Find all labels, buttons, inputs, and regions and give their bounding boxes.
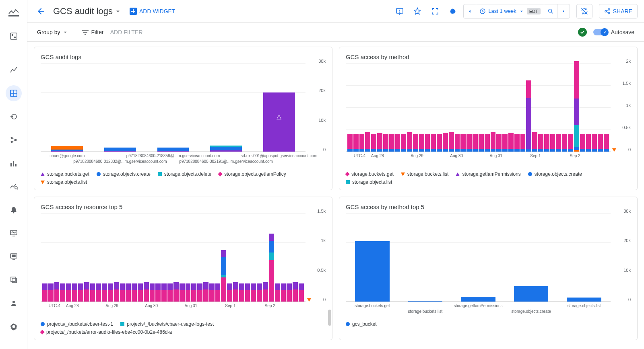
chart-legend: gcs_bucket bbox=[346, 321, 631, 327]
chevron-down-icon bbox=[62, 29, 68, 35]
svg-rect-24 bbox=[12, 278, 17, 283]
legend-item[interactable]: storage.objects.delete bbox=[158, 171, 211, 177]
svg-point-37 bbox=[605, 10, 607, 12]
legend-item[interactable]: storage.objects.getIamPolicy bbox=[219, 171, 286, 177]
chart-legend: storage.buckets.getstorage.objects.creat… bbox=[41, 171, 326, 185]
time-range-picker: Last 1 week EDT bbox=[463, 4, 570, 18]
svg-rect-14 bbox=[13, 161, 14, 166]
legend-item[interactable]: projects/_/buckets/cbaer-usage-logs-test bbox=[120, 321, 214, 327]
share-icon bbox=[604, 8, 611, 14]
timezone-badge: EDT bbox=[527, 8, 541, 14]
annotation-icon[interactable] bbox=[392, 4, 407, 18]
chevron-down-icon bbox=[114, 8, 122, 15]
nav-monitor-icon[interactable] bbox=[6, 248, 22, 265]
filter-bar: Group by Filter ADD FILTER ✓ Autosave bbox=[27, 23, 644, 42]
left-nav bbox=[0, 0, 27, 349]
svg-line-11 bbox=[12, 138, 15, 140]
chart-title: GCS access by method bbox=[346, 53, 631, 60]
svg-point-36 bbox=[608, 8, 610, 10]
chevron-down-icon bbox=[519, 8, 524, 14]
svg-line-17 bbox=[17, 189, 18, 189]
svg-rect-25 bbox=[11, 277, 15, 281]
plus-box-icon bbox=[130, 8, 137, 15]
time-prev-button[interactable] bbox=[464, 4, 476, 18]
clock-icon bbox=[479, 8, 486, 14]
svg-line-34 bbox=[551, 12, 553, 13]
nav-user-icon[interactable] bbox=[6, 295, 22, 311]
svg-rect-0 bbox=[8, 15, 19, 16]
legend-item[interactable]: storage.buckets.get bbox=[346, 171, 394, 177]
add-widget-button[interactable]: ADD WIDGET bbox=[130, 8, 175, 15]
add-filter-button[interactable]: ADD FILTER bbox=[110, 29, 143, 35]
svg-rect-1 bbox=[10, 33, 17, 39]
legend-item[interactable]: storage.objects.list bbox=[41, 179, 87, 185]
chart-title: GCS access by method top 5 bbox=[346, 203, 631, 210]
fullscreen-icon[interactable] bbox=[428, 4, 442, 18]
svg-rect-13 bbox=[10, 163, 12, 166]
time-next-button[interactable] bbox=[557, 4, 570, 18]
legend-item[interactable]: projects/_/buckets/cbaer-test-1 bbox=[41, 321, 113, 327]
svg-point-30 bbox=[400, 12, 400, 12]
svg-rect-15 bbox=[15, 164, 17, 166]
legend-item[interactable]: storage.objects.create bbox=[97, 171, 151, 177]
nav-metrics-icon[interactable] bbox=[6, 62, 22, 78]
auto-refresh-off-icon[interactable] bbox=[576, 4, 592, 18]
dashboard-content: GCS audit logs △010k20k30kcbaer@google.c… bbox=[27, 42, 644, 349]
scrollbar-thumb[interactable] bbox=[328, 310, 331, 326]
svg-point-8 bbox=[10, 137, 12, 139]
time-search-button[interactable] bbox=[544, 4, 557, 18]
group-by-dropdown[interactable]: Group by bbox=[37, 29, 68, 35]
svg-point-33 bbox=[548, 9, 551, 12]
chart-plot: 010k20k30kstorage.buckets.getstorage.buc… bbox=[346, 214, 631, 318]
dashboard-title-text: GCS audit logs bbox=[53, 6, 113, 16]
autosave-toggle[interactable]: ✓ Autosave bbox=[593, 29, 634, 35]
legend-item[interactable]: storage.objects.create bbox=[528, 171, 582, 177]
nav-settings-icon[interactable] bbox=[6, 318, 22, 335]
svg-point-3 bbox=[14, 37, 15, 38]
chart-card-gcs-access-by-method[interactable]: GCS access by method 00.5k1k1.5k2kUTC-4A… bbox=[339, 47, 638, 190]
svg-line-40 bbox=[606, 12, 608, 13]
filter-icon bbox=[82, 29, 89, 35]
svg-point-26 bbox=[12, 301, 15, 303]
nav-item-4[interactable] bbox=[6, 109, 22, 125]
nav-uptime-icon[interactable] bbox=[6, 225, 22, 241]
nav-bars-icon[interactable] bbox=[6, 155, 22, 171]
chart-title: GCS audit logs bbox=[41, 53, 326, 60]
chart-card-gcs-access-by-method-top5[interactable]: GCS access by method top 5 010k20k30ksto… bbox=[339, 197, 638, 340]
svg-line-39 bbox=[606, 10, 608, 11]
svg-point-38 bbox=[608, 12, 610, 14]
legend-item[interactable]: gcs_bucket bbox=[346, 321, 377, 327]
chart-card-gcs-access-by-resource-top5[interactable]: GCS access by resource top 5 00.5k1k1.5k… bbox=[34, 197, 332, 340]
legend-item[interactable]: storage.buckets.get bbox=[41, 171, 89, 177]
svg-point-9 bbox=[14, 139, 17, 141]
legend-item[interactable]: storage.buckets.list bbox=[401, 171, 449, 177]
legend-item[interactable]: storage.objects.list bbox=[346, 179, 392, 185]
nav-services-icon[interactable] bbox=[6, 132, 22, 148]
legend-item[interactable]: projects/_/buckets/error-audio-files-ebe… bbox=[41, 329, 172, 335]
svg-point-10 bbox=[10, 141, 12, 143]
nav-alerting-icon[interactable] bbox=[6, 202, 22, 218]
svg-rect-23 bbox=[12, 255, 15, 257]
settings-icon[interactable] bbox=[446, 4, 460, 18]
product-logo[interactable] bbox=[6, 5, 22, 21]
legend-item[interactable]: storage.getIamPermissions bbox=[456, 171, 520, 177]
chart-plot: 00.5k1k1.5k2kUTC-4Aug 28Aug 29Aug 30Aug … bbox=[346, 64, 631, 168]
svg-line-35 bbox=[581, 8, 587, 14]
nav-dashboards-icon[interactable] bbox=[6, 85, 22, 101]
back-button[interactable] bbox=[34, 4, 48, 18]
svg-point-2 bbox=[12, 35, 13, 36]
chart-plot: 00.5k1k1.5kUTC-4Aug 28Aug 29Aug 30Aug 31… bbox=[41, 214, 326, 318]
nav-groups-icon[interactable] bbox=[6, 272, 22, 288]
star-icon[interactable] bbox=[410, 4, 425, 18]
nav-explore-icon[interactable] bbox=[6, 179, 22, 195]
filter-button[interactable]: Filter bbox=[82, 29, 104, 35]
dashboard-title[interactable]: GCS audit logs bbox=[53, 6, 122, 16]
time-range-button[interactable]: Last 1 week EDT bbox=[476, 4, 544, 18]
nav-item-1[interactable] bbox=[6, 28, 22, 44]
chart-plot: △010k20k30kcbaer@google.comp971828084600… bbox=[41, 64, 326, 168]
share-button[interactable]: SHARE bbox=[599, 4, 638, 18]
chart-card-gcs-audit-logs[interactable]: GCS audit logs △010k20k30kcbaer@google.c… bbox=[34, 47, 332, 190]
saved-check-icon bbox=[578, 28, 587, 37]
chart-legend: storage.buckets.getstorage.buckets.lists… bbox=[346, 171, 631, 185]
top-bar: GCS audit logs ADD WIDGET Last 1 week ED… bbox=[27, 0, 644, 23]
